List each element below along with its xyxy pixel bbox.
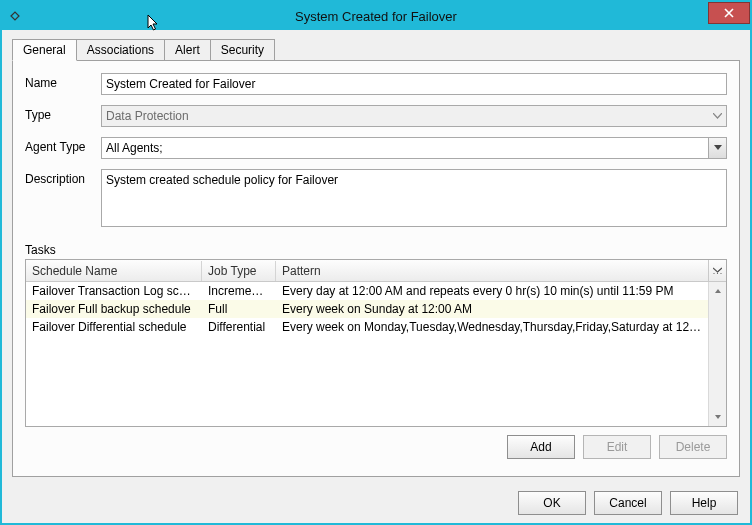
help-button[interactable]: Help bbox=[670, 491, 738, 515]
delete-button[interactable]: Delete bbox=[659, 435, 727, 459]
scroll-up-icon[interactable] bbox=[709, 282, 726, 300]
scroll-track[interactable] bbox=[709, 300, 726, 408]
edit-button[interactable]: Edit bbox=[583, 435, 651, 459]
scroll-down-icon[interactable] bbox=[709, 408, 726, 426]
table-row[interactable]: Failover Transaction Log schedule Increm… bbox=[26, 282, 708, 300]
vertical-scrollbar[interactable] bbox=[708, 282, 726, 426]
type-select[interactable] bbox=[101, 105, 727, 127]
ok-button[interactable]: OK bbox=[518, 491, 586, 515]
column-header-job-type[interactable]: Job Type bbox=[202, 261, 276, 281]
cell-pattern: Every week on Monday,Tuesday,Wednesday,T… bbox=[276, 320, 708, 334]
svg-point-2 bbox=[720, 272, 721, 273]
dialog-window: System Created for Failover General Asso… bbox=[0, 0, 752, 525]
cell-pattern: Every week on Sunday at 12:00 AM bbox=[276, 302, 708, 316]
table-row[interactable]: Failover Differential schedule Different… bbox=[26, 318, 708, 336]
agent-type-select[interactable] bbox=[101, 137, 727, 159]
table-row[interactable]: Failover Full backup schedule Full Every… bbox=[26, 300, 708, 318]
tab-security[interactable]: Security bbox=[210, 39, 275, 60]
tasks-grid: Schedule Name Job Type Pattern Failover … bbox=[25, 259, 727, 427]
cell-pattern: Every day at 12:00 AM and repeats every … bbox=[276, 284, 708, 298]
grid-body: Failover Transaction Log schedule Increm… bbox=[26, 282, 708, 426]
app-icon bbox=[8, 9, 22, 23]
cell-schedule-name: Failover Transaction Log schedule bbox=[26, 284, 202, 298]
description-label: Description bbox=[25, 169, 101, 186]
grid-options-button[interactable] bbox=[708, 260, 726, 282]
mouse-cursor-icon bbox=[147, 14, 161, 32]
close-button[interactable] bbox=[708, 2, 750, 24]
type-label: Type bbox=[25, 105, 101, 122]
column-header-schedule[interactable]: Schedule Name bbox=[26, 261, 202, 281]
tab-panel-general: Name Type Agent Type bbox=[12, 60, 740, 477]
dialog-footer: OK Cancel Help bbox=[2, 483, 750, 523]
cancel-button[interactable]: Cancel bbox=[594, 491, 662, 515]
svg-point-0 bbox=[713, 272, 714, 273]
tab-alert[interactable]: Alert bbox=[164, 39, 211, 60]
description-textarea[interactable]: System created schedule policy for Failo… bbox=[101, 169, 727, 227]
title-bar: System Created for Failover bbox=[2, 2, 750, 30]
cell-job-type: Full bbox=[202, 302, 276, 316]
name-input[interactable] bbox=[101, 73, 727, 95]
grid-header: Schedule Name Job Type Pattern bbox=[26, 260, 708, 282]
agent-type-label: Agent Type bbox=[25, 137, 101, 154]
grid-right-rail bbox=[708, 260, 726, 426]
window-title: System Created for Failover bbox=[2, 9, 750, 24]
cell-schedule-name: Failover Differential schedule bbox=[26, 320, 202, 334]
tasks-section-label: Tasks bbox=[25, 243, 727, 257]
tab-general[interactable]: General bbox=[12, 39, 77, 61]
name-label: Name bbox=[25, 73, 101, 90]
tab-associations[interactable]: Associations bbox=[76, 39, 165, 60]
cell-job-type: Differential bbox=[202, 320, 276, 334]
dialog-content: General Associations Alert Security Name… bbox=[2, 30, 750, 483]
column-header-pattern[interactable]: Pattern bbox=[276, 261, 708, 281]
cell-schedule-name: Failover Full backup schedule bbox=[26, 302, 202, 316]
cell-job-type: Incremental bbox=[202, 284, 276, 298]
tab-strip: General Associations Alert Security bbox=[12, 38, 740, 60]
add-button[interactable]: Add bbox=[507, 435, 575, 459]
svg-point-1 bbox=[717, 272, 718, 273]
grid-action-buttons: Add Edit Delete bbox=[25, 435, 727, 459]
